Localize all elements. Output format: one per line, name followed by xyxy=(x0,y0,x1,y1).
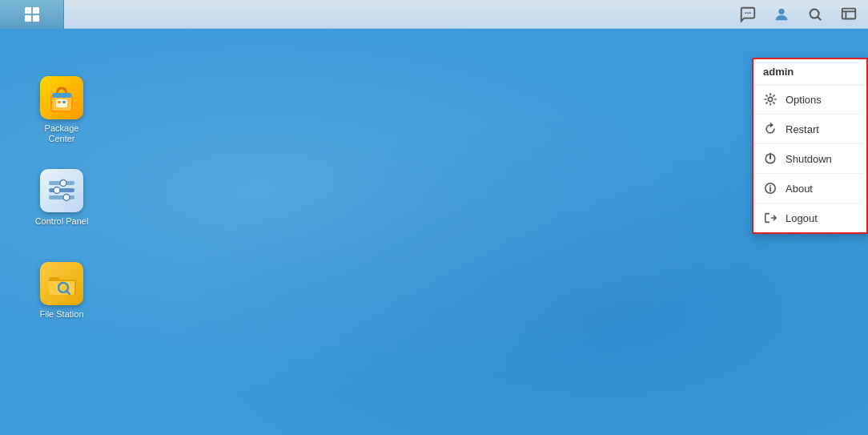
restart-label: Restart xyxy=(786,123,819,135)
svg-rect-17 xyxy=(58,101,61,103)
svg-rect-18 xyxy=(62,101,66,103)
grid-icon xyxy=(23,6,41,23)
control-panel-icon xyxy=(40,169,83,212)
svg-rect-21 xyxy=(49,195,74,199)
desktop-icon-control-panel[interactable]: Control Panel xyxy=(26,163,98,232)
options-icon xyxy=(763,92,778,107)
dropdown-username: admin xyxy=(753,59,866,85)
svg-rect-16 xyxy=(56,99,67,107)
svg-point-22 xyxy=(60,180,66,187)
package-center-svg xyxy=(46,82,78,114)
taskbar-left xyxy=(0,0,64,28)
logout-icon xyxy=(763,211,778,225)
file-station-icon-img xyxy=(39,261,84,306)
control-panel-svg xyxy=(46,175,78,207)
menu-item-options[interactable]: Options xyxy=(753,85,866,115)
svg-point-32 xyxy=(770,185,771,187)
menu-item-shutdown[interactable]: Shutdown xyxy=(753,144,866,174)
about-icon xyxy=(763,181,778,195)
menu-item-about[interactable]: About xyxy=(753,174,866,203)
taskbar xyxy=(0,0,868,29)
file-station-label: File Station xyxy=(39,309,83,320)
restart-icon xyxy=(763,122,778,136)
svg-rect-3 xyxy=(33,15,39,22)
options-label: Options xyxy=(786,94,822,106)
user-button[interactable] xyxy=(766,1,798,28)
svg-rect-10 xyxy=(842,8,856,18)
svg-point-27 xyxy=(768,97,772,101)
menu-item-restart[interactable]: Restart xyxy=(753,115,866,144)
svg-point-6 xyxy=(749,12,751,14)
windows-button[interactable] xyxy=(833,1,865,28)
svg-rect-1 xyxy=(33,7,39,14)
svg-rect-2 xyxy=(25,15,31,22)
menu-item-logout[interactable]: Logout xyxy=(753,203,866,232)
package-center-label: Package Center xyxy=(30,123,93,144)
user-icon xyxy=(773,6,790,23)
control-panel-label: Control Panel xyxy=(35,216,89,227)
search-icon xyxy=(806,6,824,23)
svg-point-8 xyxy=(810,9,819,18)
control-panel-icon-img xyxy=(39,168,84,213)
main-menu-button[interactable] xyxy=(0,0,64,29)
package-center-icon-img xyxy=(39,75,84,120)
message-button[interactable] xyxy=(732,1,764,28)
taskbar-right xyxy=(732,0,865,28)
svg-rect-15 xyxy=(52,93,71,98)
svg-point-23 xyxy=(54,187,60,194)
svg-point-24 xyxy=(63,195,70,201)
package-center-icon xyxy=(40,76,83,119)
message-icon xyxy=(739,6,757,23)
file-station-svg xyxy=(46,268,78,300)
svg-point-7 xyxy=(778,8,784,14)
logout-label: Logout xyxy=(786,212,818,224)
windows-icon xyxy=(840,6,858,23)
shutdown-label: Shutdown xyxy=(786,153,832,165)
svg-rect-20 xyxy=(49,188,74,192)
desktop-icon-package-center[interactable]: Package Center xyxy=(26,70,98,149)
svg-point-4 xyxy=(745,12,746,14)
shutdown-icon xyxy=(763,151,778,166)
svg-line-9 xyxy=(818,17,821,20)
svg-rect-0 xyxy=(25,7,31,14)
user-dropdown-menu: admin Options Restart xyxy=(752,58,868,234)
about-label: About xyxy=(786,183,813,195)
svg-point-5 xyxy=(747,12,749,14)
file-station-icon xyxy=(40,262,83,305)
search-button[interactable] xyxy=(799,1,831,28)
desktop: Package Center Control Panel xyxy=(0,29,868,435)
desktop-icon-file-station[interactable]: File Station xyxy=(26,256,98,324)
